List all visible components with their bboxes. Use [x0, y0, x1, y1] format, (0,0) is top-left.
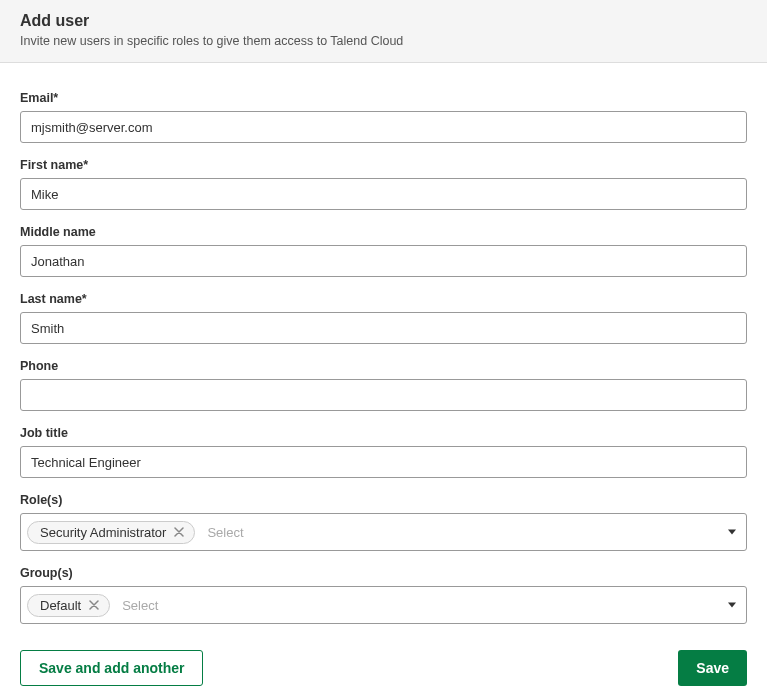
roles-group: Role(s) Security Administrator Select: [20, 493, 747, 551]
groups-select[interactable]: Default Select: [20, 586, 747, 624]
groups-group: Group(s) Default Select: [20, 566, 747, 624]
page-title: Add user: [20, 12, 747, 30]
email-field[interactable]: [20, 111, 747, 143]
roles-chip: Security Administrator: [27, 521, 195, 544]
button-row: Save and add another Save: [20, 650, 747, 686]
first-name-label: First name*: [20, 158, 747, 172]
roles-label: Role(s): [20, 493, 747, 507]
phone-label: Phone: [20, 359, 747, 373]
page-header: Add user Invite new users in specific ro…: [0, 0, 767, 63]
last-name-label: Last name*: [20, 292, 747, 306]
first-name-field[interactable]: [20, 178, 747, 210]
groups-chip-label: Default: [40, 598, 81, 613]
email-group: Email*: [20, 91, 747, 143]
chevron-down-icon: [728, 603, 736, 608]
middle-name-field[interactable]: [20, 245, 747, 277]
first-name-group: First name*: [20, 158, 747, 210]
chevron-down-icon: [728, 530, 736, 535]
last-name-field[interactable]: [20, 312, 747, 344]
groups-chip: Default: [27, 594, 110, 617]
roles-select[interactable]: Security Administrator Select: [20, 513, 747, 551]
job-title-field[interactable]: [20, 446, 747, 478]
roles-chip-label: Security Administrator: [40, 525, 166, 540]
middle-name-group: Middle name: [20, 225, 747, 277]
save-button[interactable]: Save: [678, 650, 747, 686]
close-icon[interactable]: [87, 598, 101, 612]
middle-name-label: Middle name: [20, 225, 747, 239]
add-user-form: Email* First name* Middle name Last name…: [0, 63, 767, 687]
groups-label: Group(s): [20, 566, 747, 580]
close-icon[interactable]: [172, 525, 186, 539]
job-title-label: Job title: [20, 426, 747, 440]
job-title-group: Job title: [20, 426, 747, 478]
email-label: Email*: [20, 91, 747, 105]
page-subtitle: Invite new users in specific roles to gi…: [20, 34, 747, 48]
groups-placeholder: Select: [118, 598, 158, 613]
phone-field[interactable]: [20, 379, 747, 411]
roles-placeholder: Select: [203, 525, 243, 540]
last-name-group: Last name*: [20, 292, 747, 344]
phone-group: Phone: [20, 359, 747, 411]
save-and-add-another-button[interactable]: Save and add another: [20, 650, 203, 686]
